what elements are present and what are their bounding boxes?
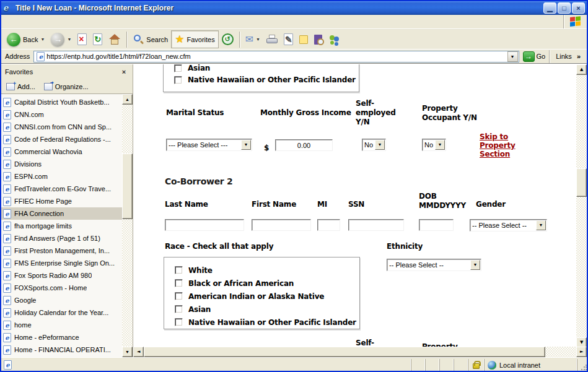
research-button[interactable] (311, 30, 325, 48)
menu-item[interactable] (22, 20, 32, 24)
favorites-panel-title: Favorites (5, 68, 119, 76)
favorite-link[interactable]: e ESPN.com (1, 170, 122, 183)
back-dropdown-icon[interactable]: ▼ (40, 37, 45, 41)
edit-button[interactable]: ✎ (281, 30, 296, 48)
menu-item[interactable] (42, 20, 52, 24)
links-toolbar[interactable]: Links » (549, 50, 586, 63)
address-url[interactable]: https://entp.hud.gov/title1/html/f72loan… (46, 53, 507, 60)
race-checkbox[interactable] (175, 266, 183, 274)
scroll-up-icon[interactable]: ▲ (122, 94, 133, 105)
marital-status-select[interactable]: --- Please Select ---▼ (166, 139, 252, 151)
favorites-button[interactable]: ★ Favorites (171, 30, 219, 48)
race-checkbox[interactable] (175, 292, 183, 300)
title-bar[interactable]: e Title I New Loan - Microsoft Internet … (1, 1, 587, 15)
search-button[interactable]: Search (129, 30, 171, 48)
skip-to-property-link[interactable]: Skip to Property Section (480, 132, 518, 158)
scroll-up-icon[interactable]: ▲ (576, 64, 587, 75)
forward-button[interactable]: → ▼ (48, 30, 74, 48)
favorite-link[interactable]: e FHA Connection (1, 207, 122, 220)
discuss-button[interactable] (296, 30, 311, 48)
favorite-page-icon: e (3, 222, 11, 231)
scroll-down-icon[interactable]: ▼ (122, 347, 133, 357)
favorite-link[interactable]: e Google (1, 294, 122, 306)
favorites-close-icon[interactable]: × (119, 67, 129, 77)
messenger-button[interactable] (325, 30, 344, 48)
history-button[interactable]: ↺ (219, 30, 237, 48)
favorite-link[interactable]: e FOXSports.com - Home (1, 282, 122, 294)
monthly-income-input[interactable] (275, 139, 333, 151)
chevron-icon[interactable]: » (577, 53, 581, 60)
favorite-link[interactable]: e FFIEC Home Page (1, 195, 122, 207)
content-hscrollbar-thumb[interactable] (144, 347, 545, 357)
back-button[interactable]: ← Back ▼ (4, 30, 48, 48)
address-dropdown-icon[interactable]: ▼ (507, 51, 518, 62)
favorites-scrollbar-thumb[interactable] (122, 154, 133, 219)
favorite-link[interactable]: e Divisions (1, 158, 122, 170)
menu-item[interactable] (32, 20, 42, 24)
property-occupant-select[interactable]: No▼ (422, 139, 446, 151)
refresh-button[interactable]: ↻ (90, 30, 105, 48)
security-panel (468, 359, 485, 371)
race-option-label: Native Hawaiian or Other Pacific Islande… (188, 318, 356, 327)
race-checkbox[interactable] (175, 279, 183, 287)
content-vertical-scrollbar[interactable]: ▲ ▼ (576, 64, 587, 348)
favorite-link[interactable]: e Find Answers (Page 1 of 51) (1, 232, 122, 244)
address-input[interactable]: e https://entp.hud.gov/title1/html/f72lo… (33, 51, 519, 63)
close-button[interactable]: × (572, 2, 585, 14)
print-button[interactable] (263, 30, 281, 48)
race-checkbox[interactable] (175, 305, 183, 313)
self-employed-select[interactable]: No▼ (362, 139, 386, 151)
scroll-right-icon[interactable]: ► (576, 347, 587, 357)
select-dropdown-icon[interactable]: ▼ (435, 140, 445, 150)
favorite-link[interactable]: e Home - ePeformance (1, 331, 122, 344)
add-favorite-button[interactable]: Add... (6, 83, 35, 90)
favorite-link[interactable]: e FMS Enterprise Single Sign On... (1, 257, 122, 269)
favorite-link[interactable]: e Holiday Calendar for the Year... (1, 306, 122, 319)
favorite-link[interactable]: e First Preston Management, In... (1, 244, 122, 257)
last-name-input[interactable] (165, 219, 244, 231)
status-bar: e Local intranet (1, 357, 587, 371)
resize-grip[interactable] (577, 359, 587, 371)
favorite-link[interactable]: e Commercial Wachovia (1, 145, 122, 158)
ssn-input[interactable] (348, 219, 404, 231)
first-name-input[interactable] (252, 219, 311, 231)
favorite-link[interactable]: e fha mortgage limits (1, 220, 122, 232)
race-checkbox[interactable] (175, 318, 183, 326)
favorite-label: FOXSports.com - Home (14, 284, 87, 292)
favorite-link[interactable]: e Fox Sports Radio AM 980 (1, 269, 122, 282)
favorite-link[interactable]: e FedTraveler.com E-Gov Trave... (1, 183, 122, 195)
content-horizontal-scrollbar[interactable]: ◄ ► (133, 347, 587, 357)
favorite-page-icon: e (3, 135, 11, 144)
minimize-button[interactable]: ▁ (543, 2, 556, 14)
mail-dropdown-icon[interactable]: ▼ (256, 37, 260, 41)
mail-button[interactable]: ✉ ▼ (242, 30, 263, 48)
dob-input[interactable] (419, 219, 454, 231)
stop-button[interactable]: × (74, 30, 90, 48)
select-dropdown-icon[interactable]: ▼ (470, 260, 480, 270)
favorite-link[interactable]: e home (1, 319, 122, 331)
favorite-link[interactable]: e CNN.com (1, 108, 122, 121)
mi-input[interactable] (317, 219, 340, 231)
gender-select[interactable]: -- Please Select --▼ (470, 219, 547, 231)
race-checkbox[interactable] (174, 76, 182, 84)
favorite-link[interactable]: e CNNSI.com from CNN and Sp... (1, 121, 122, 133)
favorites-scrollbar[interactable]: ▲ ▼ (122, 94, 133, 357)
home-button[interactable] (105, 30, 124, 48)
race-checkbox[interactable] (174, 64, 182, 72)
content-scrollbar-thumb[interactable] (576, 168, 587, 197)
select-dropdown-icon[interactable]: ▼ (536, 220, 546, 230)
favorite-link[interactable]: e Home - FINANCIAL OPERATI... (1, 344, 122, 356)
maximize-button[interactable]: □ (558, 2, 571, 14)
menu-item[interactable] (12, 20, 22, 24)
forward-dropdown-icon[interactable]: ▼ (67, 37, 71, 41)
ethnicity-select[interactable]: -- Please Select --▼ (387, 259, 481, 271)
select-dropdown-icon[interactable]: ▼ (375, 140, 385, 150)
menu-item[interactable] (2, 20, 12, 24)
favorite-link[interactable]: e Code of Federal Regulations -... (1, 133, 122, 145)
menu-item[interactable] (52, 20, 62, 24)
scroll-left-icon[interactable]: ◄ (133, 347, 144, 357)
organize-favorites-button[interactable]: Organize... (44, 83, 89, 90)
select-dropdown-icon[interactable]: ▼ (241, 140, 251, 150)
favorite-link[interactable]: e Capital District Youth Basketb... (1, 96, 122, 108)
go-button[interactable]: → Go (519, 51, 550, 62)
